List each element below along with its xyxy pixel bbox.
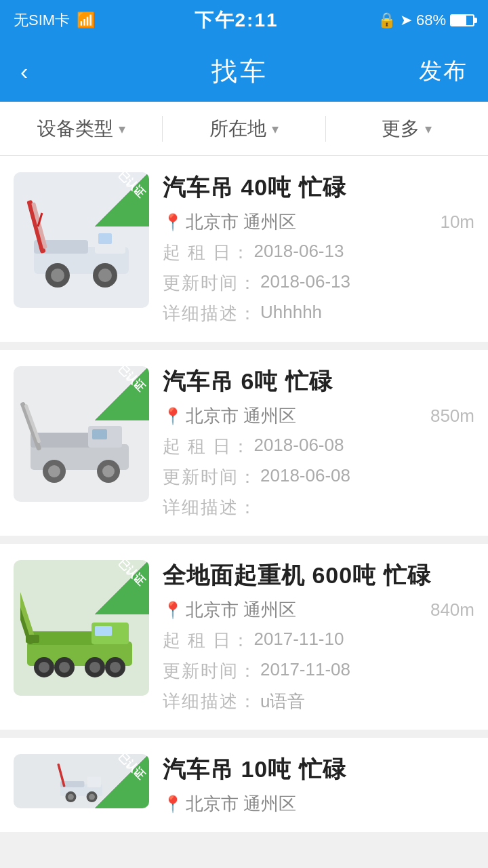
page-title: 找车 xyxy=(211,54,268,89)
vehicle-info: 全地面起重机 600吨 忙碌 📍 北京市 通州区 840m 起 租 日： 201… xyxy=(163,560,474,713)
status-left: 无SIM卡 📶 xyxy=(14,10,95,31)
svg-point-18 xyxy=(102,465,115,477)
battery-bar xyxy=(450,14,474,26)
chevron-down-icon: ▾ xyxy=(119,121,125,137)
vehicle-list: 已认证 xyxy=(0,156,488,832)
svg-rect-14 xyxy=(92,429,107,439)
start-date-row: 起 租 日： 2017-11-10 xyxy=(163,629,474,652)
svg-point-40 xyxy=(68,794,74,800)
location-icon: ➤ xyxy=(400,12,412,29)
start-date-label: 起 租 日： xyxy=(163,435,251,458)
description-label: 详细描述： xyxy=(163,302,258,326)
status-bar: 无SIM卡 📶 下午2:11 🔒 ➤ 68% xyxy=(0,0,488,41)
update-time-label: 更新时间： xyxy=(163,271,258,295)
svg-rect-3 xyxy=(98,233,112,244)
filter-equipment-type[interactable]: 设备类型 ▾ xyxy=(0,116,163,142)
vehicle-location: 📍 北京市 通州区 xyxy=(163,404,296,428)
vehicle-title: 全地面起重机 600吨 忙碌 xyxy=(163,560,474,591)
svg-point-5 xyxy=(51,269,64,282)
location-row: 📍 北京市 通州区 850m xyxy=(163,404,474,428)
location-row: 📍 北京市 通州区 840m xyxy=(163,598,474,622)
status-time: 下午2:11 xyxy=(195,7,279,33)
svg-point-28 xyxy=(59,662,70,673)
location-pin-icon: 📍 xyxy=(163,795,183,814)
start-date-value: 2018-06-08 xyxy=(253,435,344,458)
start-date-row: 起 租 日： 2018-06-13 xyxy=(163,241,474,264)
filter-location[interactable]: 所在地 ▾ xyxy=(163,116,325,142)
location-pin-icon: 📍 xyxy=(163,213,183,232)
description-value: u语音 xyxy=(260,690,305,713)
update-time-label: 更新时间： xyxy=(163,465,258,489)
location-text: 北京市 通州区 xyxy=(186,404,296,428)
description-row: 详细描述： Uhhhhh xyxy=(163,302,474,326)
description-row: 详细描述： u语音 xyxy=(163,690,474,713)
list-item[interactable]: 已认证 xyxy=(0,156,488,342)
vehicle-image: 已认证 xyxy=(14,172,149,308)
start-date-value: 2018-06-13 xyxy=(253,241,344,264)
status-right: 🔒 ➤ 68% xyxy=(378,12,474,29)
update-time-value: 2018-06-13 xyxy=(260,271,350,295)
svg-point-30 xyxy=(89,662,100,673)
start-date-label: 起 租 日： xyxy=(163,241,251,264)
wifi-icon: 📶 xyxy=(77,12,95,29)
vehicle-info: 汽车吊 40吨 忙碌 📍 北京市 通州区 10m 起 租 日： 2018-06-… xyxy=(163,172,474,326)
location-text: 北京市 通州区 xyxy=(186,598,296,622)
location-row: 📍 北京市 通州区 10m xyxy=(163,210,474,234)
svg-point-7 xyxy=(98,269,112,282)
location-pin-icon: 📍 xyxy=(163,407,183,426)
no-sim-text: 无SIM卡 xyxy=(14,10,70,31)
filter-bar: 设备类型 ▾ 所在地 ▾ 更多 ▾ xyxy=(0,102,488,156)
vehicle-distance: 850m xyxy=(430,406,474,427)
vehicle-image: 已认证 xyxy=(14,560,149,696)
vehicle-info: 汽车吊 10吨 忙碌 📍 北京市 通州区 xyxy=(163,754,474,816)
description-value: Uhhhhh xyxy=(260,302,322,326)
vehicle-image: 已认证 xyxy=(14,754,149,808)
location-row: 📍 北京市 通州区 xyxy=(163,792,474,816)
vehicle-location: 📍 北京市 通州区 xyxy=(163,598,296,622)
description-label: 详细描述： xyxy=(163,690,258,713)
filter-location-label: 所在地 xyxy=(209,116,266,142)
start-date-value: 2017-11-10 xyxy=(253,629,344,652)
vehicle-location: 📍 北京市 通州区 xyxy=(163,210,296,234)
filter-more[interactable]: 更多 ▾ xyxy=(326,116,488,142)
vehicle-title: 汽车吊 10吨 忙碌 xyxy=(163,754,474,785)
vehicle-info: 汽车吊 6吨 忙碌 📍 北京市 通州区 850m 起 租 日： 2018-06-… xyxy=(163,366,474,519)
vehicle-distance: 840m xyxy=(430,599,474,620)
update-time-value: 2018-06-08 xyxy=(260,465,350,489)
location-text: 北京市 通州区 xyxy=(186,210,296,234)
start-date-row: 起 租 日： 2018-06-08 xyxy=(163,435,474,458)
lock-icon: 🔒 xyxy=(378,12,396,29)
svg-rect-24 xyxy=(95,626,112,636)
vehicle-distance: 10m xyxy=(440,212,474,233)
chevron-down-icon: ▾ xyxy=(272,121,279,137)
filter-more-label: 更多 xyxy=(382,116,420,142)
filter-equipment-label: 设备类型 xyxy=(37,116,113,142)
svg-point-26 xyxy=(39,662,49,673)
battery-percent: 68% xyxy=(416,12,446,29)
list-item[interactable]: 已认证 汽车吊 6吨 忙碌 xyxy=(0,350,488,536)
list-item[interactable]: 已认证 汽车吊 10吨 忙碌 📍 北京市 通州区 xyxy=(0,738,488,832)
vehicle-location: 📍 北京市 通州区 xyxy=(163,792,296,816)
description-label: 详细描述： xyxy=(163,496,258,519)
header: ‹ 找车 发布 xyxy=(0,41,488,102)
svg-point-32 xyxy=(110,662,121,673)
list-item[interactable]: 已认证 xyxy=(0,544,488,730)
svg-point-16 xyxy=(48,465,60,477)
update-time-row: 更新时间： 2018-06-13 xyxy=(163,271,474,295)
chevron-down-icon: ▾ xyxy=(425,121,432,137)
location-pin-icon: 📍 xyxy=(163,601,183,620)
update-time-value: 2017-11-08 xyxy=(260,659,350,683)
start-date-label: 起 租 日： xyxy=(163,629,251,652)
svg-point-42 xyxy=(89,794,95,800)
vehicle-title: 汽车吊 6吨 忙碌 xyxy=(163,366,474,397)
back-button[interactable]: ‹ xyxy=(20,58,61,85)
update-time-label: 更新时间： xyxy=(163,659,258,683)
update-time-row: 更新时间： 2018-06-08 xyxy=(163,465,474,489)
publish-button[interactable]: 发布 xyxy=(419,56,468,87)
vehicle-image: 已认证 xyxy=(14,366,149,502)
location-text: 北京市 通州区 xyxy=(186,792,296,816)
svg-rect-35 xyxy=(26,635,39,643)
vehicle-title: 汽车吊 40吨 忙碌 xyxy=(163,172,474,203)
description-row: 详细描述： xyxy=(163,496,474,519)
update-time-row: 更新时间： 2017-11-08 xyxy=(163,659,474,683)
